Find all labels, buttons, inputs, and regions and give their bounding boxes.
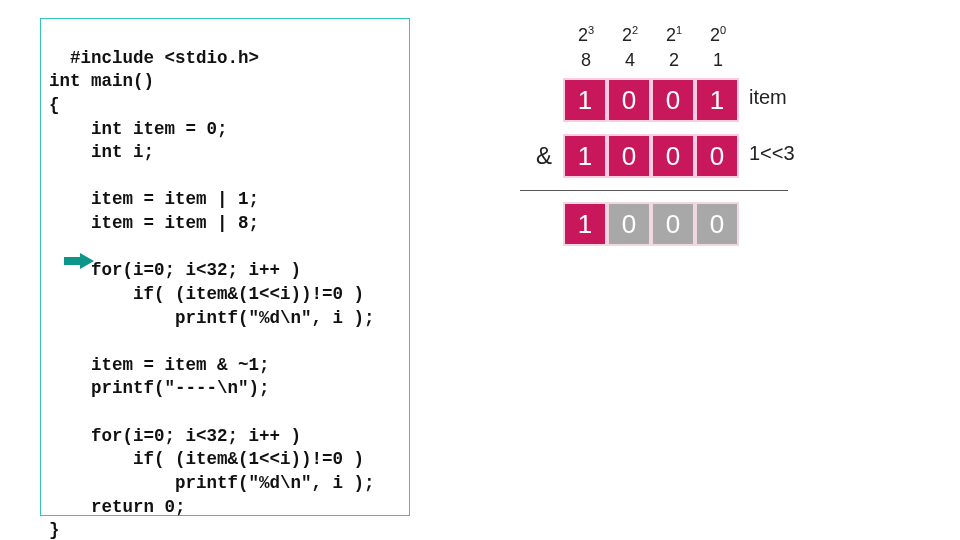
hdr-pow-0: 20 — [697, 24, 739, 46]
bit-cell: 0 — [697, 136, 737, 176]
bit-cell: 1 — [565, 136, 605, 176]
divider-line — [520, 190, 788, 191]
arrow-icon — [64, 253, 94, 269]
bit-cell: 0 — [653, 80, 693, 120]
code-box: #include <stdio.h> int main() { int item… — [40, 18, 410, 516]
bit-cell: 0 — [653, 136, 693, 176]
hdr-val-8: 8 — [565, 50, 607, 71]
hdr-pow-2: 22 — [609, 24, 651, 46]
bit-cell: 0 — [653, 204, 693, 244]
bit-cell: 0 — [609, 80, 649, 120]
bit-cell: 0 — [697, 204, 737, 244]
bit-cell: 0 — [609, 204, 649, 244]
bit-cell: 0 — [609, 136, 649, 176]
hdr-pow-1: 21 — [653, 24, 695, 46]
row-label-shift: 1<<3 — [749, 142, 795, 165]
arrow-shape — [64, 253, 94, 269]
row-label-item: item — [749, 86, 787, 109]
hdr-pow-3: 23 — [565, 24, 607, 46]
hdr-val-1: 1 — [697, 50, 739, 71]
bit-cell: 1 — [565, 204, 605, 244]
operator-and: & — [536, 142, 552, 170]
hdr-val-4: 4 — [609, 50, 651, 71]
hdr-val-2: 2 — [653, 50, 695, 71]
code-text: #include <stdio.h> int main() { int item… — [49, 48, 375, 540]
bit-cell: 1 — [697, 80, 737, 120]
bit-cell: 1 — [565, 80, 605, 120]
